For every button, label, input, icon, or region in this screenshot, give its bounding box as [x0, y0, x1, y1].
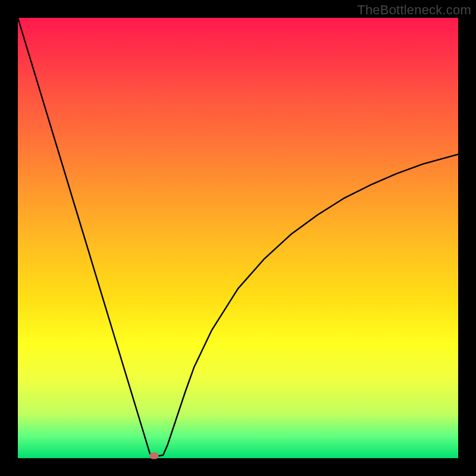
watermark-text: TheBottleneck.com	[357, 2, 471, 18]
optimal-point-marker	[150, 453, 159, 459]
plot-area	[18, 18, 458, 458]
bottleneck-curve	[18, 18, 458, 456]
curve-svg	[18, 18, 458, 458]
chart-frame: TheBottleneck.com	[0, 0, 476, 476]
